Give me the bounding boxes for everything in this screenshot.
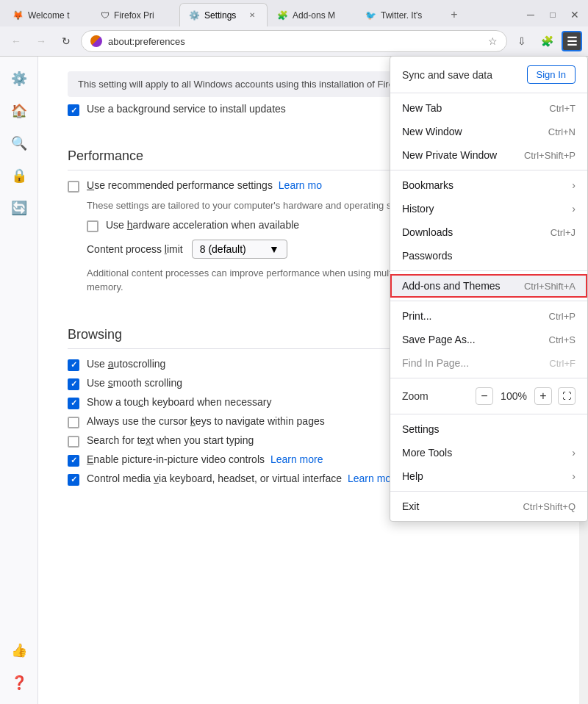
- sidebar-item-settings[interactable]: ⚙️: [6, 65, 32, 92]
- smooth-scrolling-checkbox[interactable]: [68, 378, 79, 390]
- menu-item-more-tools[interactable]: More Tools ›: [390, 441, 587, 464]
- sidebar-item-feedback[interactable]: 👍: [6, 637, 32, 664]
- more-tools-label: More Tools: [402, 447, 572, 459]
- forward-button[interactable]: →: [31, 31, 51, 51]
- minimize-button[interactable]: ─: [520, 4, 541, 25]
- puzzle-icon: 🧩: [277, 10, 288, 21]
- help-arrow-icon: ›: [572, 470, 576, 482]
- menu-item-addons[interactable]: Add-ons and Themes Ctrl+Shift+A: [390, 274, 587, 298]
- print-shortcut: Ctrl+P: [549, 311, 576, 322]
- address-bar: ← → ↻ about:preferences ☆ ⇩ 🧩 ☰: [0, 26, 588, 56]
- sidebar-item-security[interactable]: 🔒: [6, 162, 32, 189]
- sync-label: Sync and save data: [402, 69, 520, 81]
- app-menu: Sync and save data Sign In New Tab Ctrl+…: [390, 56, 588, 522]
- maximize-button[interactable]: □: [542, 4, 563, 25]
- dropdown-arrow-icon: ▼: [269, 243, 279, 255]
- menu-item-passwords[interactable]: Passwords: [390, 244, 587, 267]
- reload-button[interactable]: ↻: [56, 31, 76, 51]
- media-keyboard-checkbox[interactable]: [68, 474, 79, 486]
- background-service-label: Use a background service to install upda…: [87, 103, 286, 115]
- menu-item-downloads[interactable]: Downloads Ctrl+J: [390, 220, 587, 244]
- search-text-checkbox[interactable]: [68, 436, 79, 448]
- tab-settings[interactable]: ⚙️ Settings ✕: [179, 3, 268, 26]
- banner-text: This setting will apply to all Windows a…: [78, 79, 409, 90]
- recommended-performance-checkbox[interactable]: [68, 181, 79, 193]
- tab-addons-label: Add-ons M: [293, 10, 346, 21]
- autoscrolling-checkbox[interactable]: [68, 359, 79, 371]
- bookmark-star-icon[interactable]: ☆: [488, 35, 498, 47]
- background-service-checkbox[interactable]: [68, 104, 79, 116]
- cursor-keys-checkbox[interactable]: [68, 417, 79, 428]
- exit-label: Exit: [402, 500, 523, 512]
- touch-keyboard-checkbox[interactable]: [68, 398, 79, 409]
- sidebar-item-help[interactable]: ❓: [6, 669, 32, 696]
- sidebar: ⚙️ 🏠 🔍 🔒 🔄 👍 ❓: [0, 57, 38, 704]
- browser-chrome: 🦊 Welcome t 🛡 Firefox Pri ⚙️ Settings ✕ …: [0, 0, 588, 57]
- help-label: Help: [402, 470, 572, 482]
- tab-settings-label: Settings: [204, 10, 242, 21]
- downloads-button[interactable]: ⇩: [512, 31, 532, 51]
- zoom-decrease-button[interactable]: −: [476, 387, 493, 405]
- new-tab-shortcut: Ctrl+T: [549, 103, 576, 114]
- menu-item-exit[interactable]: Exit Ctrl+Shift+Q: [390, 495, 587, 518]
- print-label: Print...: [402, 310, 549, 322]
- zoom-value: 100%: [499, 390, 528, 402]
- new-window-label: New Window: [402, 126, 548, 137]
- bookmarks-label: Bookmarks: [402, 179, 572, 191]
- tab-addons[interactable]: 🧩 Add-ons M: [268, 3, 356, 26]
- bookmarks-arrow-icon: ›: [572, 179, 576, 191]
- tab-welcome[interactable]: 🦊 Welcome t: [3, 3, 91, 26]
- menu-item-print[interactable]: Print... Ctrl+P: [390, 304, 587, 328]
- addons-label: Add-ons and Themes: [402, 280, 524, 292]
- menu-item-new-tab[interactable]: New Tab Ctrl+T: [390, 96, 587, 120]
- back-button[interactable]: ←: [6, 31, 26, 51]
- new-tab-button[interactable]: +: [444, 3, 465, 26]
- new-tab-label: New Tab: [402, 102, 549, 114]
- menu-page-section: Print... Ctrl+P Save Page As... Ctrl+S F…: [390, 301, 587, 378]
- menu-item-save-page[interactable]: Save Page As... Ctrl+S: [390, 328, 587, 351]
- menu-item-history[interactable]: History ›: [390, 197, 587, 220]
- tab-twitter[interactable]: 🐦 Twitter. It's: [356, 3, 444, 26]
- save-page-label: Save Page As...: [402, 334, 549, 345]
- zoom-fullscreen-button[interactable]: ⛶: [558, 387, 576, 405]
- menu-item-help[interactable]: Help ›: [390, 464, 587, 488]
- find-shortcut: Ctrl+F: [549, 358, 576, 369]
- tab-settings-close[interactable]: ✕: [246, 10, 258, 21]
- app-menu-button[interactable]: ☰: [562, 31, 582, 51]
- url-bar[interactable]: about:preferences ☆: [81, 30, 507, 52]
- twitter-icon: 🐦: [365, 10, 376, 21]
- media-keyboard-label: Control media via keyboard, headset, or …: [87, 473, 401, 484]
- tab-privacy[interactable]: 🛡 Firefox Pri: [91, 3, 179, 26]
- addons-shortcut: Ctrl+Shift+A: [524, 281, 576, 292]
- sidebar-item-search[interactable]: 🔍: [6, 130, 32, 157]
- menu-item-settings[interactable]: Settings: [390, 417, 587, 441]
- zoom-increase-button[interactable]: +: [534, 387, 552, 405]
- passwords-label: Passwords: [402, 250, 576, 262]
- hardware-accel-checkbox[interactable]: [87, 220, 98, 232]
- content-process-label: Content process limit: [87, 243, 183, 255]
- smooth-scrolling-label: Use smooth scrolling: [87, 377, 182, 389]
- search-text-label: Search for text when you start typing: [87, 434, 254, 446]
- menu-exit-section: Exit Ctrl+Shift+Q: [390, 492, 587, 521]
- sidebar-item-sync[interactable]: 🔄: [6, 195, 32, 221]
- tab-bar: 🦊 Welcome t 🛡 Firefox Pri ⚙️ Settings ✕ …: [0, 0, 588, 26]
- extensions-button[interactable]: 🧩: [537, 31, 557, 51]
- url-text: about:preferences: [108, 36, 482, 47]
- picture-in-picture-checkbox[interactable]: [68, 455, 79, 467]
- sync-row: Sync and save data Sign In: [390, 60, 587, 90]
- private-window-label: New Private Window: [402, 149, 524, 161]
- menu-item-find: Find In Page... Ctrl+F: [390, 351, 587, 375]
- sidebar-item-home[interactable]: 🏠: [6, 98, 32, 124]
- close-button[interactable]: ✕: [564, 4, 585, 25]
- menu-item-bookmarks[interactable]: Bookmarks ›: [390, 173, 587, 197]
- menu-item-private-window[interactable]: New Private Window Ctrl+Shift+P: [390, 143, 587, 167]
- sign-in-button[interactable]: Sign In: [527, 65, 576, 84]
- content-process-dropdown[interactable]: 8 (default) ▼: [192, 240, 287, 259]
- main-area: ⚙️ 🏠 🔍 🔒 🔄 👍 ❓ This setting will apply t…: [0, 57, 588, 704]
- menu-item-new-window[interactable]: New Window Ctrl+N: [390, 120, 587, 143]
- menu-sync-section: Sync and save data Sign In: [390, 57, 587, 93]
- recommended-performance-learn-more[interactable]: Learn mo: [279, 179, 322, 191]
- picture-in-picture-learn-more[interactable]: Learn more: [270, 453, 323, 465]
- zoom-label: Zoom: [402, 390, 470, 402]
- tab-privacy-label: Firefox Pri: [114, 10, 170, 21]
